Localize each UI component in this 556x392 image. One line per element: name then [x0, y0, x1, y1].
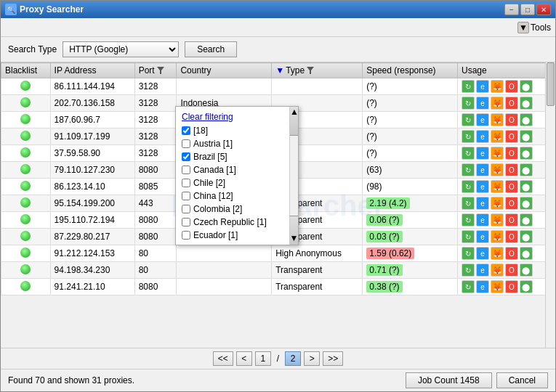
opera-icon[interactable]: O: [505, 113, 518, 126]
dropdown-item[interactable]: [18]: [176, 124, 298, 137]
table-scrollbar[interactable]: [545, 62, 555, 348]
ie-icon[interactable]: e: [476, 230, 489, 243]
first-page-btn[interactable]: <<: [213, 351, 233, 366]
search-button[interactable]: Search: [185, 41, 237, 57]
ie-icon[interactable]: e: [476, 213, 489, 226]
ie-icon[interactable]: e: [476, 80, 489, 93]
opera-icon[interactable]: O: [505, 80, 518, 93]
opera-icon[interactable]: O: [505, 97, 518, 110]
dropdown-checkbox[interactable]: [182, 166, 190, 174]
opera-icon[interactable]: O: [505, 147, 518, 160]
opera-icon[interactable]: O: [505, 213, 518, 226]
dropdown-item[interactable]: Colombia [2]: [176, 203, 298, 216]
opera-icon[interactable]: O: [505, 130, 518, 143]
chrome-icon[interactable]: ⬤: [520, 213, 533, 226]
chrome-icon[interactable]: ⬤: [520, 230, 533, 243]
refresh-icon[interactable]: ↻: [462, 130, 475, 143]
dropdown-item[interactable]: Brazil [5]: [176, 150, 298, 163]
proxy-table-container[interactable]: Proxy Searcher Blacklist IP Address Port…: [1, 62, 555, 348]
chrome-icon[interactable]: ⬤: [520, 247, 533, 260]
dropdown-item[interactable]: Chile [2]: [176, 176, 298, 189]
firefox-icon[interactable]: 🦊: [491, 147, 504, 160]
clear-filter-btn[interactable]: Clear filtering: [176, 110, 298, 124]
firefox-icon[interactable]: 🦊: [491, 80, 504, 93]
refresh-icon[interactable]: ↻: [462, 213, 475, 226]
dropdown-checkbox[interactable]: [182, 192, 190, 200]
firefox-icon[interactable]: 🦊: [491, 180, 504, 193]
dropdown-checkbox[interactable]: [182, 152, 190, 161]
refresh-icon[interactable]: ↻: [462, 163, 475, 176]
dropdown-item[interactable]: Ecuador [1]: [176, 229, 298, 242]
minimize-button[interactable]: −: [504, 4, 519, 15]
prev-page-btn[interactable]: <: [236, 351, 252, 366]
chrome-icon[interactable]: ⬤: [520, 113, 533, 126]
ie-icon[interactable]: e: [476, 264, 489, 277]
refresh-icon[interactable]: ↻: [462, 197, 475, 210]
firefox-icon[interactable]: 🦊: [491, 197, 504, 210]
dropdown-item[interactable]: Canada [1]: [176, 163, 298, 176]
opera-icon[interactable]: O: [505, 280, 518, 293]
ie-icon[interactable]: e: [476, 197, 489, 210]
dropdown-item[interactable]: Austria [1]: [176, 137, 298, 150]
opera-icon[interactable]: O: [505, 180, 518, 193]
next-page-btn[interactable]: >: [304, 351, 320, 366]
chrome-icon[interactable]: ⬤: [520, 130, 533, 143]
ie-icon[interactable]: e: [476, 113, 489, 126]
ie-icon[interactable]: e: [476, 180, 489, 193]
refresh-icon[interactable]: ↻: [462, 113, 475, 126]
dropdown-checkbox[interactable]: [182, 231, 190, 240]
refresh-icon[interactable]: ↻: [462, 80, 475, 93]
tools-menu[interactable]: ▼ Tools: [517, 22, 551, 33]
refresh-icon[interactable]: ↻: [462, 230, 475, 243]
refresh-icon[interactable]: ↻: [462, 280, 475, 293]
chrome-icon[interactable]: ⬤: [520, 163, 533, 176]
dropdown-scrollbar[interactable]: ▲ ▼: [289, 107, 298, 245]
firefox-icon[interactable]: 🦊: [491, 213, 504, 226]
refresh-icon[interactable]: ↻: [462, 180, 475, 193]
chrome-icon[interactable]: ⬤: [520, 197, 533, 210]
chrome-icon[interactable]: ⬤: [520, 264, 533, 277]
firefox-icon[interactable]: 🦊: [491, 280, 504, 293]
type-filter-icon[interactable]: [306, 66, 315, 75]
firefox-icon[interactable]: 🦊: [491, 113, 504, 126]
dropdown-item[interactable]: Czech Republic [1]: [176, 216, 298, 229]
ie-icon[interactable]: e: [476, 147, 489, 160]
dropdown-item[interactable]: China [12]: [176, 189, 298, 203]
chrome-icon[interactable]: ⬤: [520, 147, 533, 160]
firefox-icon[interactable]: 🦊: [491, 163, 504, 176]
dropdown-checkbox[interactable]: [182, 179, 190, 187]
chrome-icon[interactable]: ⬤: [520, 80, 533, 93]
ie-icon[interactable]: e: [476, 97, 489, 110]
scrollbar-thumb[interactable]: [547, 62, 555, 106]
firefox-icon[interactable]: 🦊: [491, 130, 504, 143]
dropdown-checkbox[interactable]: [182, 126, 190, 135]
page-2-btn[interactable]: 2: [285, 351, 301, 366]
refresh-icon[interactable]: ↻: [462, 97, 475, 110]
dropdown-checkbox[interactable]: [182, 205, 190, 213]
ie-icon[interactable]: e: [476, 280, 489, 293]
job-count-button[interactable]: Job Count 1458: [406, 372, 492, 388]
cancel-button[interactable]: Cancel: [496, 372, 548, 388]
ie-icon[interactable]: e: [476, 247, 489, 260]
firefox-icon[interactable]: 🦊: [491, 97, 504, 110]
ie-icon[interactable]: e: [476, 130, 489, 143]
refresh-icon[interactable]: ↻: [462, 147, 475, 160]
chrome-icon[interactable]: ⬤: [520, 180, 533, 193]
firefox-icon[interactable]: 🦊: [491, 264, 504, 277]
firefox-icon[interactable]: 🦊: [491, 230, 504, 243]
type-filter-icon-left[interactable]: ▼: [275, 66, 284, 75]
port-filter-icon[interactable]: [156, 66, 165, 75]
refresh-icon[interactable]: ↻: [462, 264, 475, 277]
opera-icon[interactable]: O: [505, 264, 518, 277]
opera-icon[interactable]: O: [505, 247, 518, 260]
firefox-icon[interactable]: 🦊: [491, 247, 504, 260]
chrome-icon[interactable]: ⬤: [520, 97, 533, 110]
opera-icon[interactable]: O: [505, 230, 518, 243]
chrome-icon[interactable]: ⬤: [520, 280, 533, 293]
close-button[interactable]: ✕: [536, 4, 551, 15]
maximize-button[interactable]: □: [520, 4, 535, 15]
opera-icon[interactable]: O: [505, 163, 518, 176]
dropdown-checkbox[interactable]: [182, 218, 190, 226]
ie-icon[interactable]: e: [476, 163, 489, 176]
last-page-btn[interactable]: >>: [323, 351, 343, 366]
